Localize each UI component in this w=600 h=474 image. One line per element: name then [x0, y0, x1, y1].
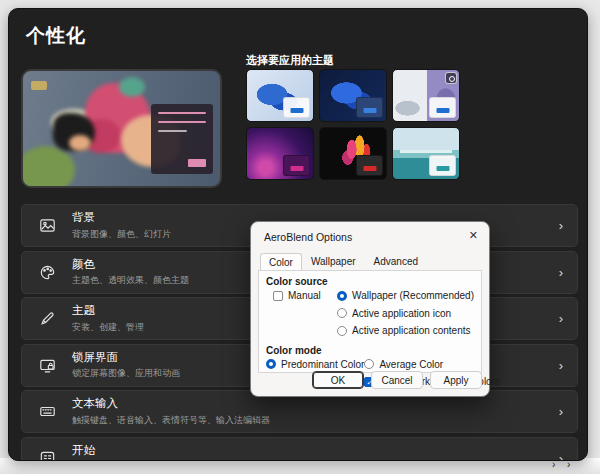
preview-accent-button: [188, 159, 206, 167]
chevron-right-icon: ›: [559, 266, 563, 279]
row-title: 开始: [72, 443, 543, 458]
tab-wallpaper[interactable]: Wallpaper: [302, 252, 365, 271]
checkbox-icon: [273, 291, 283, 301]
radio-active-application-contents[interactable]: Active application contents: [337, 325, 474, 336]
row-subtitle: 最近使用的应用和项目、文件夹: [72, 460, 543, 461]
close-icon[interactable]: ✕: [469, 229, 478, 242]
radio-icon: [337, 326, 347, 336]
radio-active-application-icon[interactable]: Active application icon: [337, 308, 474, 319]
start-icon: [39, 450, 56, 462]
manual-checkbox[interactable]: Manual: [273, 290, 337, 301]
radio-wallpaper-recommended[interactable]: Wallpaper (Recommended): [337, 290, 474, 301]
theme-tile-sunrise-teal[interactable]: [392, 127, 460, 180]
tab-advanced[interactable]: Advanced: [365, 252, 427, 271]
ok-button[interactable]: OK: [312, 371, 364, 389]
color-source-label: Color source: [266, 276, 474, 287]
tab-page-color: Color source Manual Wallpaper (Recommend…: [258, 270, 482, 373]
preview-art: [119, 77, 145, 97]
color-mode-label: Color mode: [266, 345, 474, 356]
radio-icon: [266, 359, 276, 369]
dialog-tabs: Color Wallpaper Advanced: [260, 252, 427, 271]
radio-icon: [364, 359, 374, 369]
aeroblend-options-dialog: AeroBlend Options ✕ Color Wallpaper Adva…: [250, 221, 490, 397]
preview-art: [21, 146, 75, 188]
radio-average-color[interactable]: Average Color: [364, 359, 500, 370]
preview-art: [69, 135, 91, 151]
brush-icon: [39, 310, 56, 327]
settings-row-start[interactable]: 开始 最近使用的应用和项目、文件夹 ›: [21, 437, 578, 462]
radio-predominant-color[interactable]: Predominant Color: [266, 359, 364, 370]
radio-icon: [337, 308, 347, 318]
cancel-button[interactable]: Cancel: [371, 371, 423, 389]
chevron-right-icon: ›: [559, 219, 563, 232]
lockscreen-icon: [39, 357, 56, 374]
chevron-right-icon: ›: [559, 405, 563, 418]
image-icon: [39, 217, 56, 234]
spotlight-badge-icon: [445, 72, 457, 84]
theme-tile-windows-dark[interactable]: [319, 69, 387, 122]
chevron-right-icon: ›: [559, 452, 563, 462]
dialog-title: AeroBlend Options: [264, 231, 352, 243]
palette-icon: [39, 264, 56, 281]
keyboard-icon: [39, 403, 56, 420]
chevron-right-icon: ›: [559, 312, 563, 325]
theme-preview-image: [21, 69, 222, 188]
preview-settings-panel: [151, 104, 213, 174]
preview-art: [31, 81, 47, 90]
row-title: 文本输入: [72, 396, 543, 411]
theme-grid: [246, 69, 460, 180]
theme-tile-windows-light[interactable]: [246, 69, 314, 122]
theme-section-label: 选择要应用的主题: [246, 53, 334, 68]
chevron-right-icon: ›: [559, 359, 563, 372]
radio-icon: [337, 291, 347, 301]
theme-tile-glow-purple[interactable]: [246, 127, 314, 180]
page-title: 个性化: [26, 23, 86, 49]
theme-tile-windows-spotlight[interactable]: [392, 69, 460, 122]
theme-tile-captured-motion[interactable]: [319, 127, 387, 180]
apply-button[interactable]: Apply: [430, 371, 482, 389]
row-subtitle: 触摸键盘、语音输入、表情符号等、输入法编辑器: [72, 414, 543, 427]
